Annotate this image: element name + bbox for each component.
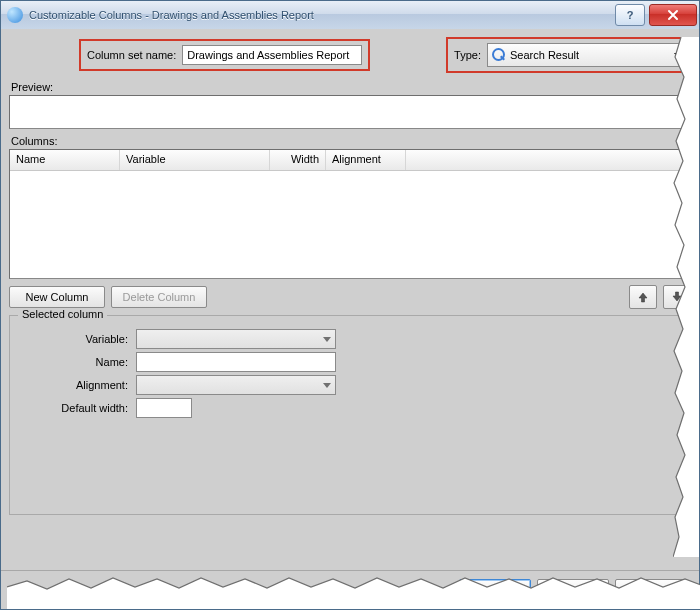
titlebar: Customizable Columns - Drawings and Asse… <box>1 1 699 30</box>
row-default-width: Default width: <box>18 398 682 418</box>
new-column-button[interactable]: New Column <box>9 286 105 308</box>
app-icon <box>7 7 23 23</box>
top-row: Column set name: Type: Search Result <box>9 37 691 73</box>
name-input[interactable] <box>136 352 336 372</box>
variable-label: Variable: <box>18 333 136 345</box>
columns-button-row: New Column Delete Column <box>9 285 691 309</box>
close-icon <box>667 9 679 21</box>
move-down-button[interactable] <box>663 285 691 309</box>
chevron-down-icon <box>674 53 682 58</box>
name-label: Name: <box>18 356 136 368</box>
default-width-label: Default width: <box>18 402 136 414</box>
chevron-down-icon <box>323 337 331 342</box>
columns-table: Name Variable Width Alignment <box>9 149 691 279</box>
chevron-down-icon <box>323 383 331 388</box>
row-variable: Variable: <box>18 329 682 349</box>
column-header-variable[interactable]: Variable <box>120 150 270 170</box>
arrow-up-icon <box>637 291 649 303</box>
type-dropdown[interactable]: Search Result <box>487 43 687 67</box>
highlight-column-set-name: Column set name: <box>79 39 370 71</box>
titlebar-close-button[interactable] <box>649 4 697 26</box>
default-width-input[interactable] <box>136 398 192 418</box>
columns-label: Columns: <box>11 135 691 147</box>
help-button[interactable]: Help <box>615 579 687 601</box>
alignment-dropdown[interactable] <box>136 375 336 395</box>
arrow-down-icon <box>671 291 683 303</box>
variable-dropdown[interactable] <box>136 329 336 349</box>
type-dropdown-value: Search Result <box>510 49 670 61</box>
alignment-label: Alignment: <box>18 379 136 391</box>
titlebar-help-button[interactable]: ? <box>615 4 645 26</box>
columns-table-body[interactable] <box>10 171 690 278</box>
move-up-button[interactable] <box>629 285 657 309</box>
preview-label: Preview: <box>11 81 691 93</box>
columns-table-header: Name Variable Width Alignment <box>10 150 690 171</box>
type-label: Type: <box>454 49 481 61</box>
window-title: Customizable Columns - Drawings and Asse… <box>29 9 314 21</box>
dialog-window: Customizable Columns - Drawings and Asse… <box>0 0 700 610</box>
delete-column-button: Delete Column <box>111 286 207 308</box>
column-header-width[interactable]: Width <box>270 150 326 170</box>
client-area: Column set name: Type: Search Result Pre… <box>1 29 699 609</box>
row-name: Name: <box>18 352 682 372</box>
search-icon <box>492 48 506 62</box>
highlight-type: Type: Search Result <box>446 37 691 73</box>
row-alignment: Alignment: <box>18 375 682 395</box>
column-header-name[interactable]: Name <box>10 150 120 170</box>
cancel-button[interactable]: Cancel <box>537 579 609 601</box>
ok-button[interactable]: OK <box>459 579 531 601</box>
preview-box <box>9 95 691 129</box>
column-header-spacer <box>406 150 690 170</box>
column-set-name-input[interactable] <box>182 45 362 65</box>
selected-column-group: Selected column Variable: Name: Alignmen… <box>9 315 691 515</box>
selected-column-legend: Selected column <box>18 308 107 320</box>
column-set-name-label: Column set name: <box>87 49 176 61</box>
column-header-alignment[interactable]: Alignment <box>326 150 406 170</box>
help-icon: ? <box>627 9 634 21</box>
dialog-footer: OK Cancel Help <box>1 570 699 609</box>
